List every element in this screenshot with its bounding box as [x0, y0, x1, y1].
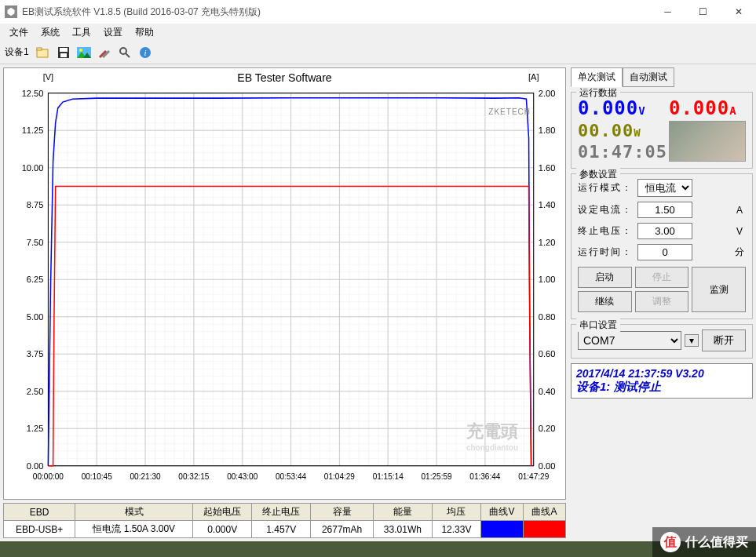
- svg-text:3.75: 3.75: [27, 349, 44, 359]
- com-port-select[interactable]: COM7: [578, 331, 681, 350]
- mode-select[interactable]: 恒电流: [637, 179, 692, 197]
- close-button[interactable]: ✕: [721, 0, 756, 24]
- menu-tools[interactable]: 工具: [66, 24, 97, 41]
- col-header: 模式: [75, 504, 193, 521]
- col-header: 均压: [432, 504, 480, 521]
- svg-text:00:21:30: 00:21:30: [130, 471, 160, 480]
- watermark-icon: 值: [660, 532, 681, 552]
- col-header: 终止电压: [252, 504, 311, 521]
- svg-text:1.60: 1.60: [539, 163, 556, 173]
- run-data-group: 运行数据 0.000V 0.000A 00.00W 01:47:05: [571, 92, 753, 169]
- svg-text:0.40: 0.40: [539, 387, 556, 396]
- current-input[interactable]: [637, 202, 692, 218]
- tab-single-test[interactable]: 单次测试: [571, 67, 623, 87]
- minimize-button[interactable]: ─: [650, 0, 685, 24]
- time-input[interactable]: [637, 244, 692, 260]
- svg-text:2.50: 2.50: [27, 387, 44, 396]
- svg-text:0.00: 0.00: [27, 461, 44, 471]
- status-box: 2017/4/14 21:37:59 V3.20 设备1: 测试停止: [571, 363, 753, 399]
- cell: 恒电流 1.50A 3.00V: [75, 521, 193, 538]
- search-icon[interactable]: [115, 43, 134, 62]
- maximize-button[interactable]: ☐: [685, 0, 721, 24]
- svg-text:[V]: [V]: [43, 72, 54, 82]
- cell: 1.457V: [252, 521, 311, 538]
- result-table: EBD模式起始电压终止电压容量能量均压曲线V曲线A EBD-USB+恒电流 1.…: [3, 503, 566, 538]
- svg-text:0.60: 0.60: [539, 349, 556, 359]
- cell: 12.33V: [432, 521, 480, 538]
- svg-text:0.80: 0.80: [539, 312, 556, 322]
- voltage-readout: 0.000V: [578, 97, 667, 119]
- menu-system[interactable]: 系统: [35, 24, 66, 41]
- cutoff-label: 终止电压：: [578, 224, 633, 238]
- titlebar: EB测试系统软件 V1.8.5 (Build 2016-03-07 充电头特别版…: [0, 0, 756, 24]
- cell: 2677mAh: [311, 521, 374, 538]
- start-button[interactable]: 启动: [578, 267, 632, 288]
- cell: EBD-USB+: [4, 521, 75, 538]
- svg-rect-5: [60, 53, 67, 57]
- svg-text:01:36:44: 01:36:44: [469, 471, 500, 480]
- cell: [523, 521, 565, 538]
- toolbar: 设备1 i: [0, 41, 756, 64]
- svg-text:00:43:00: 00:43:00: [227, 471, 257, 480]
- open-icon[interactable]: [34, 43, 53, 62]
- svg-text:2.00: 2.00: [539, 89, 556, 98]
- cell: 0.000V: [193, 521, 252, 538]
- svg-text:1.25: 1.25: [27, 424, 44, 433]
- preview-image: [669, 121, 746, 162]
- serial-group: 串口设置 COM7 ▾ 断开: [571, 324, 753, 359]
- monitor-button[interactable]: 监测: [692, 267, 746, 312]
- current-label: 设定电流：: [578, 203, 633, 217]
- save-icon[interactable]: [54, 43, 73, 62]
- svg-text:01:04:29: 01:04:29: [324, 471, 355, 480]
- adjust-button[interactable]: 调整: [635, 291, 689, 312]
- svg-rect-2: [37, 48, 42, 50]
- cutoff-input[interactable]: [637, 223, 692, 239]
- svg-text:EB Tester Software: EB Tester Software: [237, 71, 331, 84]
- menu-file[interactable]: 文件: [3, 24, 35, 41]
- menubar: 文件 系统 工具 设置 帮助: [0, 24, 756, 41]
- current-readout: 0.000A: [669, 97, 746, 119]
- col-header: 容量: [311, 504, 374, 521]
- tab-auto-test[interactable]: 自动测试: [623, 67, 674, 87]
- disconnect-button[interactable]: 断开: [702, 329, 746, 351]
- svg-text:12.50: 12.50: [22, 89, 44, 98]
- test-tabs: 单次测试 自动测试: [571, 67, 753, 87]
- time-readout: 01:47:05: [578, 142, 667, 162]
- svg-text:01:47:29: 01:47:29: [518, 471, 549, 480]
- menu-settings[interactable]: 设置: [97, 24, 129, 41]
- svg-text:i: i: [144, 48, 146, 57]
- svg-text:1.80: 1.80: [539, 126, 556, 135]
- col-header: EBD: [4, 504, 75, 521]
- chart-brand: ZKETECH: [488, 107, 531, 116]
- param-group: 参数设置 运行模式： 恒电流 设定电流： A 终止电压： V 运行时间： 分: [571, 173, 753, 319]
- window-title: EB测试系统软件 V1.8.5 (Build 2016-03-07 充电头特别版…: [22, 5, 261, 19]
- svg-text:5.00: 5.00: [27, 312, 44, 322]
- stop-button[interactable]: 停止: [635, 267, 689, 288]
- info-icon[interactable]: i: [136, 43, 155, 62]
- cell: [480, 521, 523, 538]
- svg-text:8.75: 8.75: [27, 200, 44, 209]
- svg-text:7.50: 7.50: [27, 238, 44, 247]
- svg-text:00:32:15: 00:32:15: [178, 471, 209, 480]
- svg-text:01:15:14: 01:15:14: [373, 471, 404, 480]
- svg-text:1.20: 1.20: [539, 238, 556, 247]
- continue-button[interactable]: 继续: [578, 291, 632, 312]
- port-dropdown-icon[interactable]: ▾: [685, 334, 699, 347]
- menu-help[interactable]: 帮助: [129, 24, 160, 41]
- status-device: 设备1: 测试停止: [576, 380, 747, 395]
- power-readout: 00.00W: [578, 121, 667, 140]
- svg-text:1.00: 1.00: [539, 275, 556, 284]
- svg-point-12: [120, 48, 126, 54]
- image-icon[interactable]: [75, 43, 93, 62]
- svg-text:0.20: 0.20: [539, 424, 556, 433]
- svg-point-7: [79, 49, 82, 52]
- page-watermark: 值 什么值得买: [652, 527, 756, 557]
- device-label: 设备1: [5, 46, 29, 59]
- svg-text:0.00: 0.00: [539, 461, 556, 471]
- app-icon: [5, 5, 17, 18]
- svg-text:00:10:45: 00:10:45: [82, 471, 112, 480]
- cell: 33.01Wh: [373, 521, 432, 538]
- tools-icon[interactable]: [95, 43, 114, 62]
- col-header: 能量: [373, 504, 432, 521]
- svg-text:00:53:44: 00:53:44: [276, 471, 306, 480]
